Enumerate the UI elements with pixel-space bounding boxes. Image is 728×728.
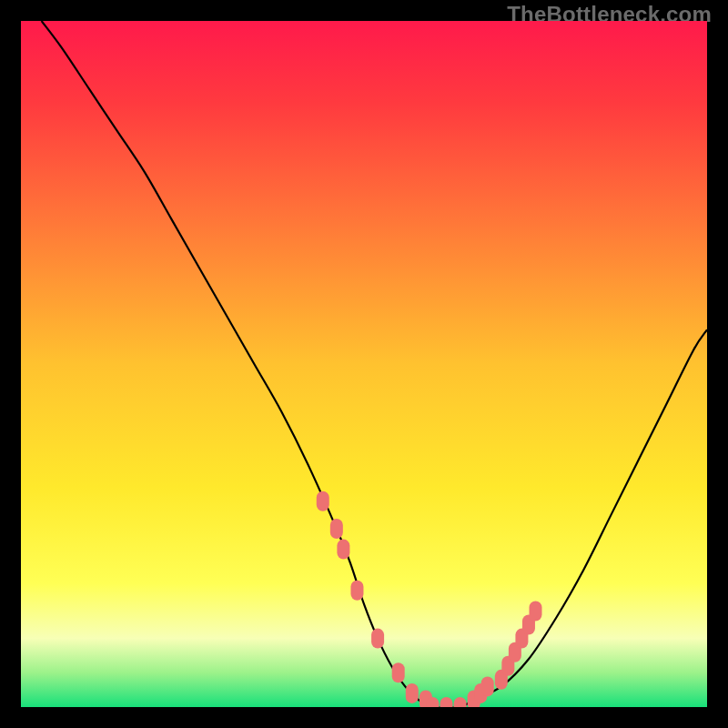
data-marker: [481, 676, 494, 696]
data-marker: [350, 581, 363, 601]
data-marker: [337, 540, 349, 560]
data-marker: [317, 491, 329, 511]
chart-container: TheBottleneck.com: [0, 0, 728, 728]
bottleneck-curve-plot: [21, 21, 707, 707]
data-marker: [330, 519, 343, 539]
data-marker: [371, 629, 384, 649]
plot-svg: [21, 21, 707, 707]
data-marker: [406, 683, 419, 703]
data-marker: [530, 601, 542, 621]
data-marker: [392, 662, 405, 682]
